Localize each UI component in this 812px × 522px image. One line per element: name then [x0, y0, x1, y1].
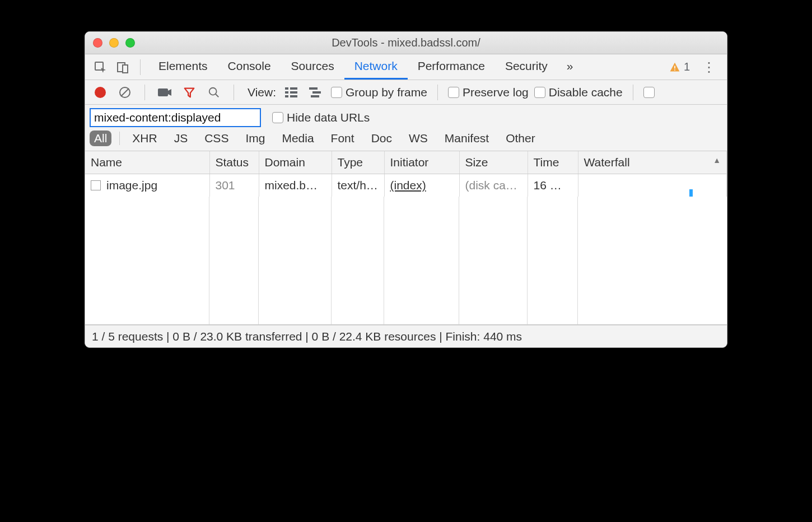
screenshot-icon[interactable]: [155, 83, 174, 102]
request-initiator[interactable]: (index): [390, 179, 426, 192]
svg-line-6: [121, 88, 129, 96]
separator: [437, 85, 438, 100]
table-empty-area: [85, 197, 727, 324]
table-header-row: Name Status Domain Type Initiator Size T…: [85, 151, 727, 174]
tab-console[interactable]: Console: [218, 54, 281, 80]
zoom-window-button[interactable]: [125, 38, 135, 48]
tabs-overflow-button[interactable]: »: [561, 59, 579, 74]
filter-toggle-icon[interactable]: [180, 83, 199, 102]
overview-icon[interactable]: [306, 83, 325, 102]
window-title: DevTools - mixed.badssl.com/: [85, 36, 727, 49]
group-by-frame-option[interactable]: Group by frame: [331, 86, 427, 99]
hide-data-urls-option[interactable]: Hide data URLs: [272, 111, 370, 124]
group-by-frame-checkbox[interactable]: [331, 87, 342, 98]
disable-cache-option[interactable]: Disable cache: [534, 86, 623, 99]
col-size[interactable]: Size: [459, 151, 528, 174]
warnings-count: 1: [684, 60, 690, 73]
file-icon: [91, 180, 101, 190]
preserve-log-checkbox[interactable]: [448, 87, 459, 98]
col-type[interactable]: Type: [332, 151, 384, 174]
svg-rect-3: [674, 66, 675, 68]
type-img[interactable]: Img: [241, 130, 269, 146]
tab-elements[interactable]: Elements: [148, 54, 218, 80]
request-name: image.jpg: [106, 179, 157, 192]
devtools-window: DevTools - mixed.badssl.com/ Elements Co…: [85, 31, 727, 348]
titlebar: DevTools - mixed.badssl.com/: [85, 32, 727, 54]
tab-sources[interactable]: Sources: [281, 54, 344, 80]
tab-security[interactable]: Security: [495, 54, 558, 80]
svg-rect-10: [285, 87, 288, 90]
offline-checkbox[interactable]: [643, 87, 655, 98]
warning-icon: [669, 62, 680, 73]
minimize-window-button[interactable]: [109, 38, 119, 48]
col-name[interactable]: Name: [85, 151, 209, 174]
request-status: 301: [209, 174, 259, 197]
col-time[interactable]: Time: [528, 151, 578, 174]
separator: [633, 85, 633, 100]
preserve-log-option[interactable]: Preserve log: [448, 86, 529, 99]
svg-rect-17: [312, 91, 321, 94]
svg-rect-4: [674, 69, 675, 71]
svg-point-8: [209, 87, 217, 95]
col-waterfall[interactable]: Waterfall: [578, 151, 727, 174]
window-controls: [93, 38, 135, 48]
col-initiator[interactable]: Initiator: [384, 151, 459, 174]
separator: [119, 132, 120, 145]
col-status[interactable]: Status: [209, 151, 259, 174]
panel-tabs-row: Elements Console Sources Network Perform…: [85, 54, 727, 80]
clear-button[interactable]: [115, 83, 134, 102]
status-bar: 1 / 5 requests | 0 B / 23.0 KB transferr…: [85, 325, 727, 347]
requests-table: Name Status Domain Type Initiator Size T…: [85, 151, 727, 197]
svg-rect-2: [123, 65, 128, 73]
request-time: 16 ms: [528, 174, 578, 197]
requests-table-wrap: Name Status Domain Type Initiator Size T…: [85, 151, 727, 325]
resource-type-filters: All XHR JS CSS Img Media Font Doc WS Man…: [85, 127, 727, 151]
inspect-element-icon[interactable]: [91, 58, 110, 77]
type-js[interactable]: JS: [170, 130, 193, 146]
type-media[interactable]: Media: [277, 130, 318, 146]
network-toolbar: View: Group by frame Preserve log Disabl…: [85, 80, 727, 105]
type-css[interactable]: CSS: [200, 130, 233, 146]
close-window-button[interactable]: [93, 38, 102, 48]
request-domain: mixed.b…: [259, 174, 332, 197]
disable-cache-label: Disable cache: [549, 86, 623, 99]
device-toolbar-icon[interactable]: [113, 58, 132, 77]
preserve-log-label: Preserve log: [463, 86, 529, 99]
svg-rect-14: [285, 95, 288, 97]
separator: [140, 59, 141, 75]
panel-tabs: Elements Console Sources Network Perform…: [148, 54, 558, 80]
type-manifest[interactable]: Manifest: [440, 130, 493, 146]
warnings-indicator[interactable]: 1: [666, 60, 693, 73]
svg-rect-13: [290, 91, 297, 94]
type-xhr[interactable]: XHR: [128, 130, 161, 146]
disable-cache-checkbox[interactable]: [534, 87, 545, 98]
request-type: text/h…: [332, 174, 384, 197]
svg-rect-16: [309, 87, 318, 90]
hide-data-urls-label: Hide data URLs: [287, 111, 370, 124]
group-by-frame-label: Group by frame: [346, 86, 427, 99]
table-row[interactable]: image.jpg 301 mixed.b… text/h… (index) (…: [85, 174, 727, 197]
separator: [144, 85, 145, 100]
tab-network[interactable]: Network: [344, 54, 408, 80]
svg-rect-18: [311, 95, 319, 97]
type-font[interactable]: Font: [326, 130, 359, 146]
type-ws[interactable]: WS: [404, 130, 432, 146]
search-icon[interactable]: [204, 83, 223, 102]
filter-input[interactable]: [90, 108, 261, 127]
type-all[interactable]: All: [90, 130, 111, 146]
offline-option-truncated[interactable]: [643, 87, 658, 98]
svg-rect-12: [285, 91, 288, 94]
tab-performance[interactable]: Performance: [408, 54, 495, 80]
request-waterfall: [578, 174, 727, 197]
col-domain[interactable]: Domain: [259, 151, 332, 174]
view-label: View:: [248, 86, 276, 99]
hide-data-urls-checkbox[interactable]: [272, 112, 283, 123]
svg-rect-7: [158, 88, 168, 96]
svg-line-9: [216, 94, 219, 97]
large-rows-icon[interactable]: [282, 83, 301, 102]
more-menu-button[interactable]: ⋮: [697, 59, 721, 75]
type-doc[interactable]: Doc: [367, 130, 396, 146]
request-size: (disk ca…: [459, 174, 528, 197]
record-button[interactable]: [91, 83, 110, 102]
type-other[interactable]: Other: [501, 130, 540, 146]
